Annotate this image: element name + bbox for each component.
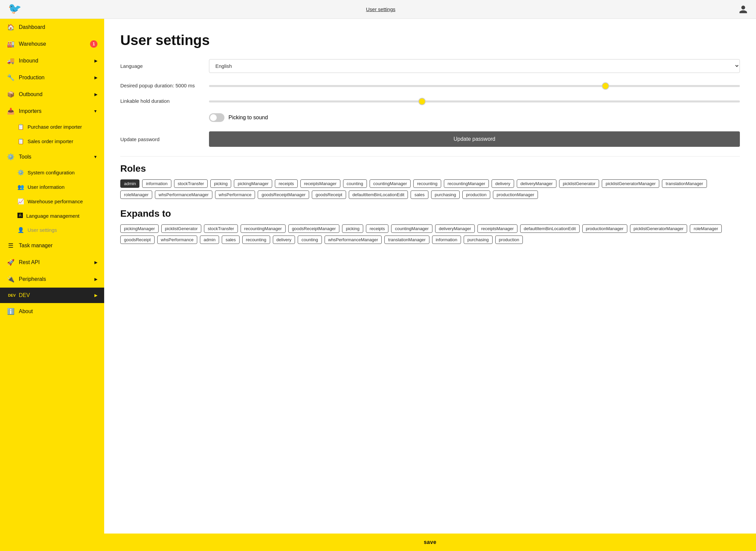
- sidebar-label-purchase-order-importer: Purchase order importer: [28, 124, 82, 130]
- outbound-arrow-icon: ▶: [94, 92, 97, 97]
- role-tag: receipts: [275, 179, 298, 188]
- outbound-icon: 📦: [7, 91, 15, 98]
- inbound-icon: 🚚: [7, 57, 15, 65]
- sidebar-item-language-management[interactable]: 🅰 Language management: [0, 209, 104, 223]
- sidebar-item-peripherals[interactable]: 🔌 Peripherals ▶: [0, 271, 104, 288]
- sidebar-item-rest-api[interactable]: 🚀 Rest API ▶: [0, 254, 104, 271]
- expands-tag: whsPerformance: [157, 236, 198, 244]
- expands-tag: defaultItemBinLocationEdit: [520, 224, 580, 233]
- expands-tag: picklistGenerator: [161, 224, 202, 233]
- expands-tag: translationManager: [384, 236, 429, 244]
- page-title: User settings: [120, 32, 740, 48]
- sidebar-label-tools: Tools: [19, 154, 31, 160]
- role-tag: countingManager: [370, 179, 411, 188]
- sidebar-item-inbound[interactable]: 🚚 Inbound ▶: [0, 52, 104, 69]
- sidebar-label-system-configuration: System configuration: [28, 170, 75, 175]
- user-account-icon[interactable]: [739, 5, 748, 14]
- role-tag: receiptsManager: [300, 179, 340, 188]
- expands-tag: deliveryManager: [435, 224, 475, 233]
- expands-tag: receipts: [366, 224, 389, 233]
- update-password-button[interactable]: Update password: [209, 131, 740, 147]
- role-tag: stockTransfer: [174, 179, 208, 188]
- sidebar-item-about[interactable]: ℹ️ About: [0, 303, 104, 320]
- picking-sound-toggle[interactable]: [209, 113, 224, 122]
- language-control: English French German Spanish Dutch: [209, 59, 740, 73]
- sidebar-label-about: About: [19, 308, 33, 314]
- sidebar-label-dev: DEV: [19, 292, 30, 298]
- importers-icon: 📥: [7, 108, 15, 115]
- sidebar-label-peripherals: Peripherals: [19, 276, 46, 282]
- language-row: Language English French German Spanish D…: [120, 59, 740, 73]
- role-tag: whsPerformance: [215, 190, 255, 199]
- peripherals-arrow-icon: ▶: [94, 277, 97, 282]
- save-bar[interactable]: save: [104, 534, 756, 551]
- role-tag: recounting: [413, 179, 441, 188]
- language-mgmt-icon: 🅰: [17, 213, 23, 219]
- language-label: Language: [120, 63, 201, 69]
- role-tag: delivery: [492, 179, 514, 188]
- expands-tag: whsPerformanceManager: [325, 236, 382, 244]
- role-tag: defaultItemBinLocationEdit: [349, 190, 408, 199]
- sidebar-label-production: Production: [19, 75, 45, 81]
- sidebar-item-task-manager[interactable]: ☰ Task manager: [0, 237, 104, 254]
- rest-api-icon: 🚀: [7, 259, 15, 266]
- role-tag: sales: [411, 190, 428, 199]
- role-tag: counting: [343, 179, 367, 188]
- sidebar-item-outbound[interactable]: 📦 Outbound ▶: [0, 86, 104, 103]
- top-header: 🐦 User settings: [0, 0, 756, 19]
- role-tag: goodsReceipt: [312, 190, 346, 199]
- header-title: User settings: [366, 6, 395, 12]
- expands-tag: pickingManager: [120, 224, 159, 233]
- main-content: User settings Language English French Ge…: [104, 19, 756, 551]
- sidebar-item-system-configuration[interactable]: ⚙️ System configuration: [0, 165, 104, 180]
- role-tag: picklistGenerator: [559, 179, 599, 188]
- language-select[interactable]: English French German Spanish Dutch: [209, 59, 740, 73]
- linkable-hold-control: [209, 98, 740, 104]
- expands-tag: counting: [298, 236, 322, 244]
- popup-duration-control: [209, 82, 740, 88]
- sidebar-item-user-settings[interactable]: 👤 User settings: [0, 223, 104, 237]
- sidebar-item-purchase-order-importer[interactable]: 📋 Purchase order importer: [0, 120, 104, 134]
- popup-duration-label: Desired popup duration: 5000 ms: [120, 83, 201, 88]
- sidebar: 🏠 Dashboard 🏭 Warehouse 1 🚚 Inbound ▶ 🔧 …: [0, 19, 104, 551]
- sidebar-label-user-information: User information: [28, 184, 65, 190]
- role-tag: deliveryManager: [517, 179, 556, 188]
- warehouse-icon: 🏭: [7, 40, 15, 48]
- rest-api-arrow-icon: ▶: [94, 260, 97, 265]
- linkable-hold-row: Linkable hold duration: [120, 98, 740, 104]
- production-arrow-icon: ▶: [94, 75, 97, 80]
- sidebar-item-warehouse-performance[interactable]: 📈 Warehouse performance: [0, 194, 104, 209]
- role-tag: translationManager: [662, 179, 707, 188]
- sidebar-label-task-manager: Task manager: [19, 243, 53, 249]
- sidebar-item-warehouse[interactable]: 🏭 Warehouse 1: [0, 36, 104, 52]
- linkable-hold-slider[interactable]: [209, 100, 740, 102]
- expands-tag: sales: [222, 236, 239, 244]
- sidebar-item-importers[interactable]: 📥 Importers ▼: [0, 103, 104, 120]
- sidebar-item-dev[interactable]: DEV DEV ▶: [0, 288, 104, 303]
- expands-tag: countingManager: [391, 224, 432, 233]
- tools-icon: ⚙️: [7, 153, 15, 161]
- popup-duration-slider[interactable]: [209, 85, 740, 87]
- sidebar-label-sales-order-importer: Sales order importer: [28, 138, 73, 144]
- svg-text:🐦: 🐦: [8, 2, 22, 15]
- sidebar-item-tools[interactable]: ⚙️ Tools ▼: [0, 149, 104, 165]
- sidebar-item-dashboard[interactable]: 🏠 Dashboard: [0, 19, 104, 36]
- production-icon: 🔧: [7, 74, 15, 81]
- expands-tag: stockTransfer: [204, 224, 238, 233]
- update-password-row: Update password Update password: [120, 131, 740, 147]
- sidebar-item-sales-order-importer[interactable]: 📋 Sales order importer: [0, 134, 104, 149]
- sidebar-item-user-information[interactable]: 👥 User information: [0, 180, 104, 194]
- dev-arrow-icon: ▶: [94, 293, 97, 298]
- expands-title: Expands to: [120, 208, 740, 219]
- sidebar-item-production[interactable]: 🔧 Production ▶: [0, 69, 104, 86]
- expands-tags: pickingManagerpicklistGeneratorstockTran…: [120, 224, 740, 244]
- picking-sound-control: Picking to sound: [209, 113, 740, 122]
- importers-arrow-icon: ▼: [93, 109, 97, 114]
- expands-tag: goodsReceiptManager: [288, 224, 340, 233]
- expands-tag: picklistGeneratorManager: [630, 224, 687, 233]
- expands-tag: recounting: [242, 236, 270, 244]
- expands-tag: receiptsManager: [477, 224, 517, 233]
- popup-duration-row: Desired popup duration: 5000 ms: [120, 82, 740, 88]
- warehouse-badge: 1: [90, 40, 97, 48]
- sidebar-label-warehouse: Warehouse: [19, 41, 46, 47]
